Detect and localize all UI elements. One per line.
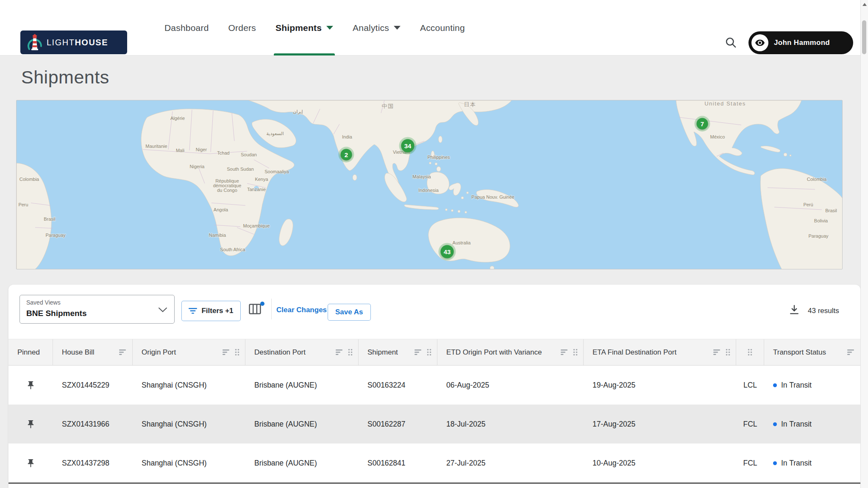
column-header-label: Pinned	[17, 348, 47, 357]
saved-views-select[interactable]: Saved Views BNE Shipments	[19, 295, 175, 324]
column-header-pin[interactable]: Pinned	[8, 339, 53, 365]
map-country-label: Colombia	[19, 177, 39, 182]
pinned-rows-divider	[8, 482, 860, 484]
sort-icon[interactable]	[415, 349, 423, 355]
user-name: John Hammond	[774, 39, 830, 47]
cell-etd: 27-Jul-2025	[437, 444, 584, 482]
search-button[interactable]	[725, 36, 738, 50]
cell-shipment: S00163224	[359, 366, 437, 405]
cell-house_bill: SZX01437298	[53, 444, 133, 482]
chevron-down-icon	[394, 26, 401, 30]
map-country-label: Tanzanie	[247, 187, 266, 192]
nav-item-label: Shipments	[275, 23, 322, 33]
sort-icon[interactable]	[336, 349, 344, 355]
status-text: In Transit	[781, 459, 812, 468]
cell-mode: FCL	[736, 405, 764, 444]
nav-item-shipments[interactable]: Shipments	[275, 0, 333, 55]
pin-button[interactable]	[8, 444, 53, 482]
clear-changes-button[interactable]: Clear Changes	[276, 306, 327, 314]
filters-button[interactable]: Filters +1	[181, 301, 241, 321]
results-count: 43 results	[808, 307, 839, 315]
status-dot	[773, 461, 777, 465]
column-header-label: ETD Origin Port with Variance	[446, 348, 561, 357]
map-country-label: Tchad	[217, 150, 229, 155]
filters-label: Filters +1	[201, 307, 233, 315]
cell-mode: LCL	[736, 366, 764, 405]
nav-item-label: Dashboard	[164, 23, 209, 33]
drag-handle-icon[interactable]	[725, 348, 731, 356]
chevron-down-icon	[158, 307, 167, 313]
drag-handle-icon[interactable]	[747, 348, 753, 356]
user-menu-button[interactable]: John Hammond	[748, 31, 853, 54]
drag-handle-icon[interactable]	[234, 348, 240, 356]
scrollbar-thumb[interactable]	[862, 20, 866, 54]
pin-button[interactable]	[8, 366, 53, 405]
column-header-label: Origin Port	[142, 348, 223, 357]
map-country-label: Kenya	[255, 177, 268, 182]
column-header-eta[interactable]: ETA Final Destination Port	[584, 339, 736, 365]
map[interactable]: ColombiaPeruBrasilParaguayMauritanieAlgé…	[16, 100, 843, 269]
download-button[interactable]	[788, 303, 801, 317]
nav-item-analytics[interactable]: Analytics	[353, 0, 401, 55]
map-country-label: United States	[704, 100, 746, 107]
map-country-label: Paraguay	[45, 233, 66, 238]
map-country-label: Malaysia	[412, 174, 431, 179]
table-row[interactable]: SZX01437298Shanghai (CNSGH)Brisbane (AUG…	[8, 444, 860, 482]
cell-eta: 10-Aug-2025	[584, 444, 736, 482]
map-country-label: Bolivia	[814, 218, 828, 223]
nav-item-orders[interactable]: Orders	[228, 0, 256, 55]
column-header-etd[interactable]: ETD Origin Port with Variance	[437, 339, 584, 365]
cell-destination: Brisbane (AUGNE)	[245, 405, 359, 444]
map-country-label: Australia	[453, 240, 471, 245]
column-header-shipment[interactable]: Shipment	[359, 339, 437, 365]
pin-button[interactable]	[8, 405, 53, 444]
sort-icon[interactable]	[223, 349, 231, 355]
table-row[interactable]: SZX01431966Shanghai (CNSGH)Brisbane (AUG…	[8, 405, 860, 444]
drag-handle-icon[interactable]	[573, 348, 578, 356]
vertical-scrollbar[interactable]	[860, 0, 868, 488]
column-header-house_bill[interactable]: House Bill	[53, 339, 133, 365]
table-row[interactable]: SZX01445229Shanghai (CNSGH)Brisbane (AUG…	[8, 366, 860, 405]
pin-icon	[26, 419, 36, 429]
map-cluster-marker[interactable]: 2	[341, 149, 352, 161]
drag-handle-icon[interactable]	[426, 348, 432, 356]
map-country-label: Indonesia	[418, 188, 439, 193]
cell-destination: Brisbane (AUGNE)	[245, 366, 359, 405]
map-country-label: México	[710, 134, 725, 139]
cell-house_bill: SZX01431966	[53, 405, 133, 444]
sort-icon[interactable]	[561, 349, 569, 355]
map-country-label: South Africa	[220, 247, 245, 252]
toolbar-divider	[271, 299, 272, 319]
nav-item-accounting[interactable]: Accounting	[420, 0, 465, 55]
save-as-button[interactable]: Save As	[328, 304, 371, 321]
nav-item-label: Analytics	[353, 23, 389, 33]
column-settings-button[interactable]	[248, 303, 263, 317]
map-cluster-marker[interactable]: 7	[697, 118, 708, 130]
sort-icon[interactable]	[119, 349, 127, 355]
cell-etd: 06-Aug-2025	[437, 366, 584, 405]
column-header-label: Shipment	[367, 348, 415, 357]
map-country-label: Brasil	[44, 216, 56, 222]
column-header-status[interactable]: Transport Status	[764, 339, 860, 365]
status-text: In Transit	[781, 381, 812, 390]
sort-icon[interactable]	[713, 349, 721, 355]
sort-icon[interactable]	[847, 349, 855, 355]
map-cluster-marker[interactable]: 34	[401, 139, 415, 152]
column-header-label: ETA Final Destination Port	[593, 348, 713, 357]
map-country-label: Paraguay	[808, 233, 829, 238]
saved-views-label: Saved Views	[26, 299, 61, 306]
lighthouse-logo[interactable]: LIGHTHOUSE	[20, 30, 127, 54]
column-header-origin[interactable]: Origin Port	[133, 339, 245, 365]
scrollbar-up-arrow[interactable]	[861, 1, 868, 8]
nav-item-dashboard[interactable]: Dashboard	[164, 0, 209, 55]
drag-handle-icon[interactable]	[348, 348, 353, 356]
column-header-label: Transport Status	[773, 348, 847, 357]
cell-origin: Shanghai (CNSGH)	[133, 366, 245, 405]
column-header-destination[interactable]: Destination Port	[245, 339, 359, 365]
map-cluster-marker[interactable]: 43	[441, 245, 454, 258]
cell-etd: 18-Jul-2025	[437, 405, 584, 444]
map-country-label: Algérie	[170, 116, 185, 121]
status-text: In Transit	[781, 420, 812, 429]
table-body: SZX01445229Shanghai (CNSGH)Brisbane (AUG…	[8, 366, 860, 482]
column-header-mode[interactable]	[736, 339, 764, 365]
